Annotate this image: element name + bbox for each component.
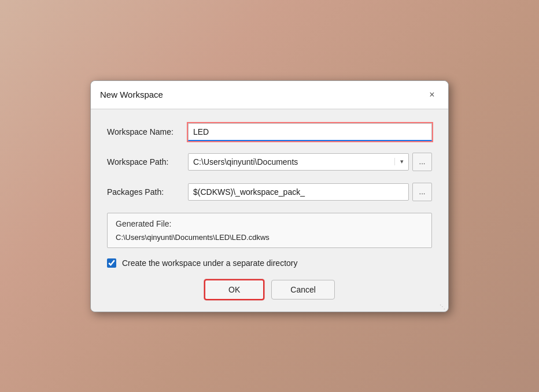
title-bar: New Workspace × bbox=[91, 81, 448, 109]
new-workspace-dialog: New Workspace × Workspace Name: Workspac… bbox=[90, 80, 449, 312]
workspace-name-input-wrapper bbox=[188, 123, 432, 141]
separate-directory-checkbox[interactable] bbox=[107, 258, 116, 268]
packages-path-input[interactable] bbox=[188, 183, 409, 201]
cancel-button[interactable]: Cancel bbox=[271, 280, 335, 299]
workspace-path-input-wrapper: C:\Users\qinyunti\Documents ▾ ... bbox=[188, 153, 432, 171]
packages-path-input-wrapper: ... bbox=[188, 183, 432, 201]
workspace-path-value: C:\Users\qinyunti\Documents bbox=[189, 154, 394, 170]
button-row: OK Cancel bbox=[107, 279, 432, 300]
checkbox-row: Create the workspace under a separate di… bbox=[107, 258, 432, 268]
dialog-title: New Workspace bbox=[100, 90, 163, 99]
packages-path-label: Packages Path: bbox=[107, 187, 188, 197]
workspace-name-label: Workspace Name: bbox=[107, 127, 188, 136]
workspace-name-row: Workspace Name: bbox=[107, 123, 432, 141]
generated-file-section: Generated File: C:\Users\qinyunti\Docume… bbox=[107, 213, 432, 248]
workspace-name-input[interactable] bbox=[188, 123, 432, 141]
workspace-path-browse-button[interactable]: ... bbox=[412, 153, 432, 171]
workspace-path-dropdown-icon[interactable]: ▾ bbox=[394, 158, 408, 165]
generated-file-path: C:\Users\qinyunti\Documents\LED\LED.cdkw… bbox=[116, 233, 423, 242]
dialog-overlay: New Workspace × Workspace Name: Workspac… bbox=[90, 80, 449, 312]
close-button[interactable]: × bbox=[425, 88, 439, 102]
generated-file-label: Generated File: bbox=[116, 219, 423, 228]
workspace-path-row: Workspace Path: C:\Users\qinyunti\Docume… bbox=[107, 153, 432, 171]
packages-path-browse-button[interactable]: ... bbox=[412, 183, 432, 201]
workspace-path-label: Workspace Path: bbox=[107, 157, 188, 167]
ok-button[interactable]: OK bbox=[204, 279, 264, 300]
resize-handle: ⋱ bbox=[440, 304, 445, 310]
packages-path-row: Packages Path: ... bbox=[107, 183, 432, 201]
dialog-body: Workspace Name: Workspace Path: C:\Users… bbox=[91, 109, 448, 312]
separate-directory-label: Create the workspace under a separate di… bbox=[122, 258, 298, 268]
workspace-path-combo[interactable]: C:\Users\qinyunti\Documents ▾ bbox=[188, 153, 409, 171]
